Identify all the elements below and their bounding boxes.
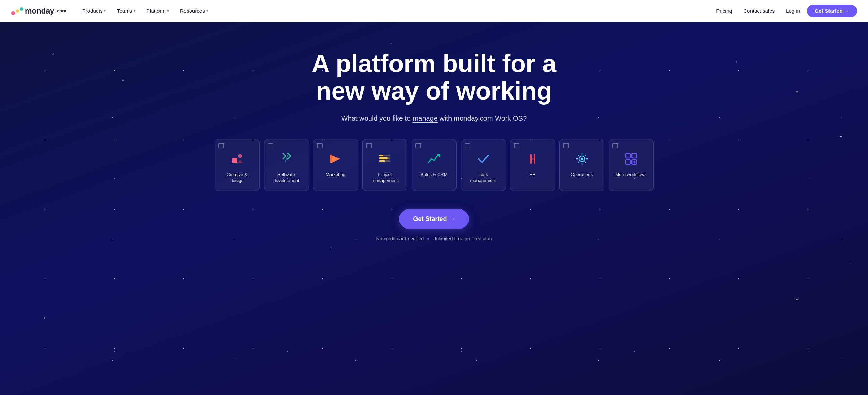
star-decoration: + xyxy=(736,60,738,65)
svg-line-25 xyxy=(585,155,586,156)
card-checkbox xyxy=(563,143,569,148)
card-checkbox xyxy=(366,143,372,148)
hero-get-started-button[interactable]: Get Started → xyxy=(399,209,469,229)
nav-links-right: Pricing Contact sales Log in Get Started… xyxy=(712,5,857,17)
hero-subtitle-underline: manage xyxy=(413,114,438,122)
hero-title: A platform built for a new way of workin… xyxy=(312,50,556,105)
svg-line-24 xyxy=(585,162,586,163)
workflow-card-project-management[interactable]: Project management xyxy=(362,139,407,191)
star-decoration: + xyxy=(43,316,46,320)
workflow-card-operations[interactable]: Operations xyxy=(559,139,604,191)
star-decoration: ✦ xyxy=(795,89,799,94)
workflow-card-more-workflows[interactable]: More workflows xyxy=(609,139,654,191)
star-decoration: + xyxy=(840,134,842,139)
workflow-card-creative-design[interactable]: Creative & design xyxy=(215,139,260,191)
fine-print-left: No credit card needed xyxy=(376,236,424,241)
workflow-card-label: Operations xyxy=(571,172,593,178)
workflow-card-sales-crm[interactable]: Sales & CRM xyxy=(412,139,457,191)
nav-links-left: Products ▾ Teams ▾ Platform ▾ Resources … xyxy=(77,5,712,17)
svg-rect-12 xyxy=(379,157,388,159)
fine-print-right: Unlimited time on Free plan xyxy=(432,236,492,241)
fine-print-separator xyxy=(427,238,429,240)
workflow-card-software-development[interactable]: Software development xyxy=(264,139,309,191)
workflow-cards-container: Creative & design Software development xyxy=(209,139,660,191)
card-checkbox xyxy=(268,143,273,148)
chevron-down-icon: ▾ xyxy=(206,9,208,13)
chevron-down-icon: ▾ xyxy=(134,9,135,13)
star-decoration: + xyxy=(330,246,332,251)
svg-rect-30 xyxy=(626,160,630,164)
card-checkbox xyxy=(218,143,224,148)
nav-get-started-button[interactable]: Get Started → xyxy=(807,5,857,17)
card-checkbox xyxy=(317,143,323,148)
workflow-card-task-management[interactable]: Task management xyxy=(461,139,506,191)
hero-fine-print: No credit card needed Unlimited time on … xyxy=(376,236,492,241)
logo-brand-text: monday xyxy=(25,7,54,16)
svg-point-0 xyxy=(11,11,15,15)
software-development-icon xyxy=(278,151,295,167)
star-decoration: + xyxy=(52,52,54,57)
star-decoration: · xyxy=(390,41,392,46)
svg-rect-14 xyxy=(379,155,383,156)
nav-pricing-link[interactable]: Pricing xyxy=(712,5,736,17)
svg-rect-29 xyxy=(632,153,637,158)
nav-login-link[interactable]: Log in xyxy=(782,5,804,17)
creative-design-icon xyxy=(229,151,246,167)
workflow-card-label: Sales & CRM xyxy=(420,172,447,178)
more-workflows-icon xyxy=(623,151,639,167)
card-checkbox xyxy=(465,143,470,148)
workflow-card-marketing[interactable]: Marketing xyxy=(313,139,358,191)
workflow-card-label: More workflows xyxy=(615,172,646,178)
operations-icon xyxy=(574,151,590,167)
card-checkbox xyxy=(415,143,421,148)
marketing-icon xyxy=(327,151,344,167)
workflow-card-label: Creative & design xyxy=(221,172,254,184)
navbar: monday.com Products ▾ Teams ▾ Platform ▾… xyxy=(0,0,868,22)
svg-point-27 xyxy=(581,158,583,160)
svg-line-26 xyxy=(578,162,579,163)
card-checkbox xyxy=(612,143,618,148)
star-decoration: · xyxy=(850,260,851,265)
workflow-card-label: HR xyxy=(529,172,536,178)
workflow-card-label: Project management xyxy=(368,172,402,184)
star-decoration: ✦ xyxy=(121,78,125,83)
chevron-down-icon: ▾ xyxy=(167,9,169,13)
svg-marker-7 xyxy=(332,155,340,163)
hr-icon xyxy=(524,151,541,167)
star-decoration: · xyxy=(17,115,18,120)
star-decoration: ✦ xyxy=(795,297,799,302)
svg-line-23 xyxy=(578,155,579,156)
sales-crm-icon xyxy=(426,151,442,167)
svg-rect-28 xyxy=(626,153,630,158)
svg-rect-3 xyxy=(232,158,237,163)
hero-section: + ✦ · + ✦ · + ✦ + · + A platform built f… xyxy=(0,22,868,395)
workflow-card-label: Task management xyxy=(467,172,500,184)
svg-point-2 xyxy=(20,7,23,11)
svg-point-1 xyxy=(16,9,19,13)
logo-suffix: .com xyxy=(55,8,66,14)
svg-marker-5 xyxy=(237,160,243,163)
svg-rect-8 xyxy=(330,155,332,163)
card-checkbox xyxy=(514,143,519,148)
svg-rect-10 xyxy=(379,160,385,162)
svg-rect-4 xyxy=(238,154,242,158)
task-management-icon xyxy=(475,151,492,167)
hero-subtitle: What would you like to manage with monda… xyxy=(341,114,527,122)
logo[interactable]: monday.com xyxy=(11,7,66,16)
workflow-card-label: Software development xyxy=(270,172,303,184)
nav-item-platform[interactable]: Platform ▾ xyxy=(141,5,174,17)
nav-item-products[interactable]: Products ▾ xyxy=(77,5,111,17)
chevron-down-icon: ▾ xyxy=(104,9,106,13)
workflow-card-hr[interactable]: HR xyxy=(510,139,555,191)
nav-item-teams[interactable]: Teams ▾ xyxy=(112,5,140,17)
project-management-icon xyxy=(377,151,393,167)
nav-contact-link[interactable]: Contact sales xyxy=(739,5,779,17)
svg-rect-17 xyxy=(530,158,535,160)
workflow-card-label: Marketing xyxy=(326,172,345,178)
nav-item-resources[interactable]: Resources ▾ xyxy=(175,5,213,17)
